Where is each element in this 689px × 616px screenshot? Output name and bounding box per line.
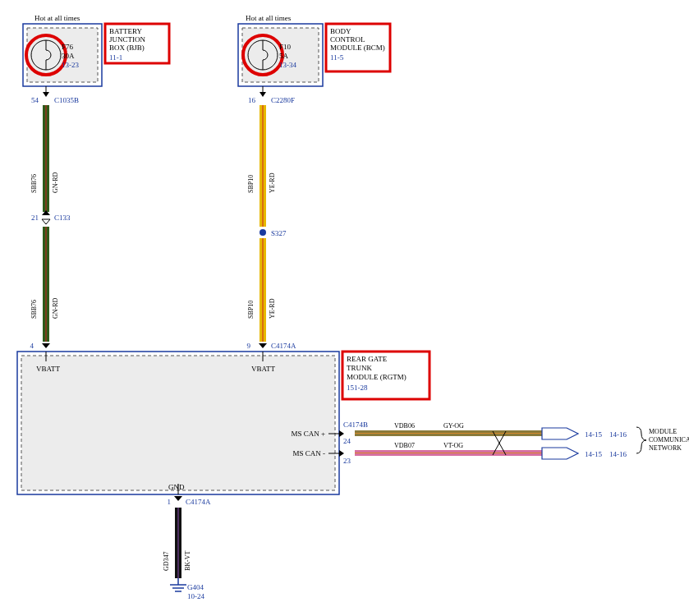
c4174a-gnd-pin: 1 (168, 498, 172, 506)
rgtm-title2: TRUNK (347, 364, 372, 372)
arrow-c4174a-right (259, 343, 267, 348)
rgtm-title3: MODULE (RGTM) (347, 373, 407, 381)
bkvt: BK-VT (184, 550, 191, 571)
vdb06: VDB06 (394, 422, 415, 430)
gyog: GY-OG (443, 422, 464, 430)
net-ref1a: 14-15 (585, 430, 602, 439)
wire-sbb76-2: SBB76 (30, 300, 38, 319)
g404-ref: 10-24 (187, 592, 204, 600)
bcm-dtc: 13-34 (279, 61, 296, 69)
bjb-ref: 11-1 (109, 53, 122, 62)
wire-yerd-lbl-2: YE-RD (269, 298, 276, 319)
hot-label-right: Hot at all times (246, 14, 292, 22)
rgtm-ref: 151-28 (347, 384, 368, 392)
bcm-fuse-rate: 5A (279, 52, 289, 60)
vbatt-left: VBATT (36, 365, 61, 373)
net-ref2a: 14-16 (609, 430, 627, 439)
c2280f-pin: 16 (248, 96, 256, 104)
c2280f: C2280F (271, 96, 295, 104)
wire-sbb76-1: SBB76 (30, 174, 38, 193)
net-t1: MODULE (649, 428, 677, 435)
arrow-c1035b (43, 92, 49, 97)
bjb-fuse-id: F76 (62, 43, 74, 51)
c133-pin: 21 (31, 214, 39, 222)
net-t2: COMMUNICATIONS (649, 436, 689, 444)
bjb-title1: BATTERY (109, 27, 143, 35)
mscanm: MS CAN - (292, 449, 325, 457)
c4174a-gnd: C4174A (186, 498, 211, 506)
c4174a-left-pin: 4 (30, 342, 34, 350)
offpage-top (542, 428, 578, 439)
bcm-title1: BODY (330, 27, 351, 35)
s327: S327 (271, 229, 287, 237)
bjb-dtc: 13-23 (62, 61, 79, 69)
arrow-mscanm (339, 450, 344, 457)
vtog: VT-OG (443, 442, 463, 449)
brace-icon (636, 427, 646, 453)
c1035b: C1035B (54, 96, 79, 104)
net-t3: NETWORK (649, 444, 682, 452)
hot-label-left: Hot at all times (34, 14, 80, 22)
wire-gnrd-lbl-2: GN-RD (52, 297, 59, 319)
g404: G404 (187, 583, 204, 591)
wire-sbp10-2: SBP10 (247, 301, 255, 319)
rgtm-box-inner (21, 356, 335, 490)
arrow-gnd (174, 496, 182, 501)
c4174a-top-pin: 9 (247, 342, 251, 350)
gnd: GND (168, 483, 185, 491)
c4174a-top: C4174A (271, 342, 296, 350)
mscanp: MS CAN + (291, 430, 325, 438)
bcm-title2: CONTROL (330, 35, 365, 44)
c4174b: C4174B (343, 421, 368, 429)
wiring-diagram: Hot at all times F76 30A 13-23 BATTERY J… (0, 0, 689, 616)
arrow-c133-out (42, 219, 50, 224)
gd347: GD347 (163, 551, 170, 571)
arrow-c2280f (260, 92, 266, 97)
vdb07: VDB07 (394, 442, 415, 449)
vbatt-right: VBATT (251, 365, 276, 373)
c4174b-p2: 23 (343, 457, 351, 465)
wire-sbp10-1: SBP10 (247, 175, 255, 193)
net-ref1b: 14-15 (585, 450, 602, 458)
bcm-title3: MODULE (BCM) (330, 44, 385, 52)
c133: C133 (54, 214, 71, 222)
rgtm-title1: REAR GATE (347, 355, 388, 363)
net-ref2b: 14-16 (609, 450, 627, 458)
bjb-title2: JUNCTION (109, 35, 145, 44)
arrow-c4174a-left (42, 343, 50, 348)
splice-s327 (260, 229, 266, 236)
bjb-title3: BOX (BJB) (109, 44, 145, 52)
bcm-ref: 11-5 (330, 53, 344, 62)
c1035b-pin: 54 (31, 96, 39, 104)
offpage-bot (542, 448, 578, 459)
arrow-mscanp (339, 430, 344, 437)
wire-yerd-lbl-1: YE-RD (269, 172, 276, 193)
c4174b-p1: 24 (343, 437, 351, 445)
bjb-fuse-rate: 30A (62, 52, 75, 60)
wire-gnrd-lbl-1: GN-RD (52, 172, 59, 193)
bcm-fuse-id: F10 (279, 43, 292, 51)
